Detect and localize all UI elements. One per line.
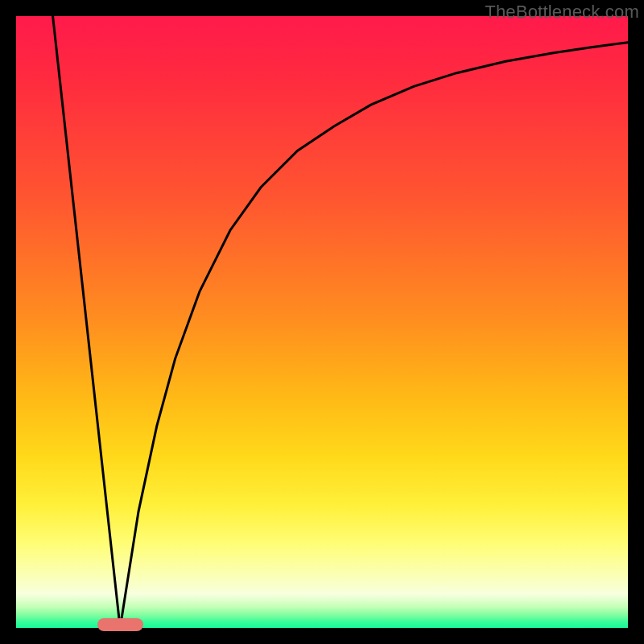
curve-right bbox=[120, 43, 628, 628]
plot-area bbox=[16, 16, 628, 628]
watermark-text: TheBottleneck.com bbox=[485, 2, 639, 23]
chart-frame: TheBottleneck.com bbox=[0, 0, 644, 644]
bottleneck-marker bbox=[97, 618, 143, 631]
curve-left-line bbox=[53, 16, 121, 628]
curve-layer bbox=[16, 16, 628, 628]
curve-group bbox=[53, 16, 628, 628]
